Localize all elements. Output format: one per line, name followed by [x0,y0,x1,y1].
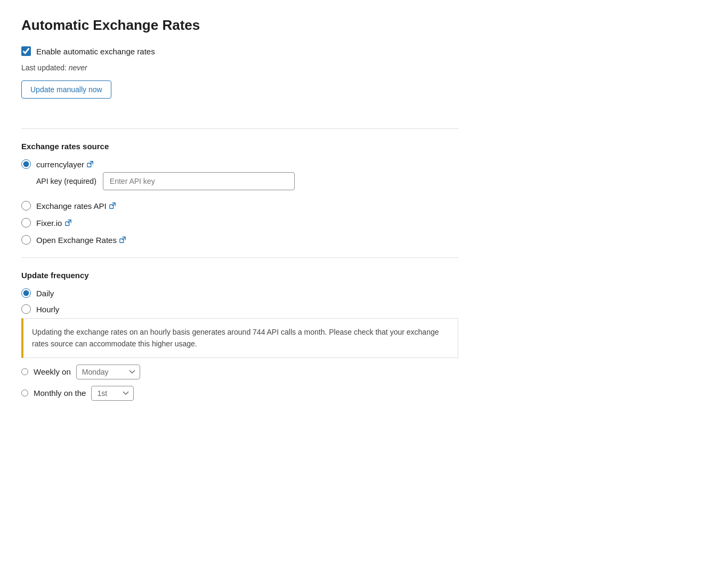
freq-label-daily[interactable]: Daily [36,289,54,298]
freq-label-monthly[interactable]: Monthly on the [34,388,86,398]
update-frequency-title: Update frequency [21,271,458,280]
open-exchange-rates-link[interactable] [119,236,126,243]
enable-checkbox-row: Enable automatic exchange rates [21,46,458,56]
freq-option-daily: Daily [21,288,458,298]
source-label-open-exchange-rates[interactable]: Open Exchange Rates [36,236,126,245]
source-label-fixer[interactable]: Fixer.io [36,218,72,228]
update-manually-button[interactable]: Update manually now [21,80,111,99]
api-key-input[interactable] [103,172,295,190]
freq-radio-hourly[interactable] [21,304,31,314]
freq-option-weekly: Weekly on Monday Tuesday Wednesday Thurs… [21,365,458,379]
hourly-notice: Updating the exchange rates on an hourly… [21,318,458,358]
source-option-exchange-rates-api: Exchange rates API [21,201,458,210]
external-link-icon-2 [109,202,116,209]
external-link-icon-3 [64,219,72,226]
enable-checkbox-label[interactable]: Enable automatic exchange rates [36,47,155,56]
freq-option-monthly: Monthly on the 1st 2nd 3rd 4th 5th [21,386,458,401]
weekly-day-select[interactable]: Monday Tuesday Wednesday Thursday Friday… [76,365,140,379]
fixer-link[interactable] [64,218,72,226]
exchange-rates-source-title: Exchange rates source [21,142,458,151]
freq-option-hourly-block: Hourly Updating the exchange rates on an… [21,304,458,358]
monthly-day-select[interactable]: 1st 2nd 3rd 4th 5th [91,386,134,401]
freq-radio-monthly[interactable] [21,390,28,396]
source-label-currencylayer[interactable]: currencylayer [36,160,94,169]
source-radio-exchange-rates-api[interactable] [21,201,31,210]
exchange-source-radio-group: currencylayer API key (required) Exchang… [21,159,458,245]
freq-label-hourly[interactable]: Hourly [36,305,59,314]
external-link-icon [86,160,94,168]
freq-option-hourly: Hourly [21,304,458,314]
external-link-icon-4 [119,236,126,244]
last-updated-text: Last updated: never [21,63,458,72]
currencylayer-link[interactable] [86,160,94,167]
divider-1 [21,128,458,129]
source-label-exchange-rates-api[interactable]: Exchange rates API [36,201,116,210]
source-option-fixer: Fixer.io [21,218,458,228]
enable-auto-rates-checkbox[interactable] [21,46,31,56]
divider-2 [21,257,458,258]
source-option-currencylayer: currencylayer API key (required) [21,159,458,193]
source-radio-open-exchange-rates[interactable] [21,235,31,245]
freq-label-weekly[interactable]: Weekly on [34,367,71,376]
exchange-rates-api-link[interactable] [109,201,116,209]
api-key-row: API key (required) [36,172,458,190]
api-key-label: API key (required) [36,177,96,185]
page-title: Automatic Exchange Rates [21,17,458,34]
source-radio-fixer[interactable] [21,218,31,228]
source-option-open-exchange-rates: Open Exchange Rates [21,235,458,245]
source-radio-currencylayer[interactable] [21,159,31,169]
freq-radio-daily[interactable] [21,288,31,298]
freq-radio-weekly[interactable] [21,368,28,375]
update-frequency-radio-group: Daily Hourly Updating the exchange rates… [21,288,458,401]
